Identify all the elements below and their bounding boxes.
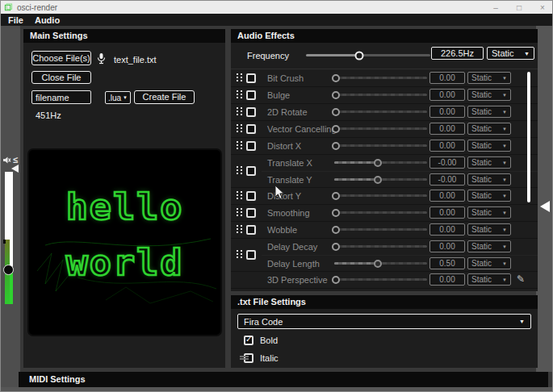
- midi-settings-header[interactable]: MIDI Settings: [19, 372, 548, 387]
- drag-handle-icon[interactable]: [237, 250, 242, 260]
- effect-slider-thumb[interactable]: [332, 142, 340, 150]
- effect-slider-thumb[interactable]: [332, 209, 340, 217]
- drag-handle-icon[interactable]: [237, 225, 242, 235]
- effect-slider-thumb[interactable]: [332, 91, 340, 99]
- effect-value-input[interactable]: 0.00: [429, 89, 465, 101]
- effect-value-input[interactable]: -0.00: [429, 156, 465, 169]
- effect-slider[interactable]: [334, 161, 427, 164]
- effect-slider-thumb[interactable]: [332, 74, 340, 82]
- drag-handle-icon[interactable]: [237, 191, 242, 201]
- edit-icon[interactable]: ✎: [517, 273, 525, 285]
- effect-value-input[interactable]: 0.00: [429, 273, 465, 286]
- effect-slider[interactable]: [334, 111, 427, 113]
- bold-checkbox[interactable]: [244, 336, 253, 345]
- effect-mode-dropdown[interactable]: Static▼: [467, 206, 511, 219]
- effect-slider[interactable]: [334, 194, 427, 197]
- effect-mode-dropdown[interactable]: Static▼: [467, 89, 511, 101]
- effect-value-input[interactable]: -0.00: [429, 173, 465, 186]
- effect-value-input[interactable]: 0.00: [429, 123, 465, 135]
- effect-mode-dropdown[interactable]: Static▼: [467, 123, 511, 135]
- effect-slider-thumb[interactable]: [374, 260, 382, 268]
- drag-handle-icon[interactable]: [237, 107, 242, 117]
- frequency-value-input[interactable]: 226.5Hz: [431, 47, 484, 60]
- effect-mode-dropdown[interactable]: Static▼: [467, 140, 511, 152]
- effect-value-input[interactable]: 0.00: [429, 72, 465, 84]
- effect-slider[interactable]: [334, 262, 427, 265]
- effect-mode-dropdown[interactable]: Static▼: [467, 240, 511, 252]
- frequency-slider[interactable]: [306, 54, 430, 56]
- effect-mode-dropdown[interactable]: Static▼: [467, 106, 511, 118]
- effect-slider[interactable]: [334, 228, 427, 231]
- drag-handle-icon[interactable]: [237, 166, 242, 176]
- effect-checkbox[interactable]: [246, 250, 256, 260]
- effect-slider-thumb[interactable]: [374, 159, 382, 167]
- txt-file-settings-panel: .txt File Settings Fira Code ▼ Bold Ital…: [231, 295, 538, 368]
- effect-value-input[interactable]: 0.50: [429, 257, 465, 269]
- effect-mode-dropdown[interactable]: Static▼: [467, 190, 511, 202]
- effect-mode-dropdown[interactable]: Static▼: [467, 72, 511, 84]
- create-file-button[interactable]: Create File: [134, 90, 195, 104]
- effect-slider-thumb[interactable]: [332, 226, 340, 234]
- drag-handle-icon[interactable]: [237, 124, 242, 134]
- effect-mode-dropdown[interactable]: Static▼: [467, 273, 511, 286]
- effect-value-input[interactable]: 0.00: [429, 206, 465, 219]
- effect-slider[interactable]: [334, 77, 427, 79]
- menu-file[interactable]: File: [8, 15, 23, 25]
- effect-value-input[interactable]: 0.00: [429, 106, 465, 118]
- effect-checkbox[interactable]: [246, 141, 256, 151]
- effect-slider[interactable]: [334, 94, 427, 96]
- effect-checkbox[interactable]: [246, 208, 256, 218]
- effect-slider[interactable]: [334, 211, 427, 214]
- filename-input[interactable]: [31, 90, 91, 104]
- microphone-icon[interactable]: [96, 52, 107, 65]
- menu-audio[interactable]: Audio: [35, 15, 60, 25]
- effect-slider[interactable]: [334, 127, 427, 130]
- chevron-down-icon: ▼: [502, 277, 507, 282]
- effect-checkbox[interactable]: [246, 73, 256, 83]
- drag-handle-icon[interactable]: [237, 141, 242, 151]
- effect-slider-thumb[interactable]: [332, 276, 340, 284]
- effect-slider-thumb[interactable]: [374, 176, 382, 184]
- effect-slider[interactable]: [334, 178, 427, 181]
- maximize-button[interactable]: □: [514, 3, 524, 12]
- effect-checkbox[interactable]: [246, 124, 256, 134]
- choose-files-button[interactable]: Choose File(s): [31, 51, 91, 65]
- effect-checkbox[interactable]: [246, 107, 256, 117]
- close-button[interactable]: ×: [538, 3, 547, 12]
- frequency-slider-thumb[interactable]: [355, 51, 364, 60]
- effect-checkbox[interactable]: [246, 166, 256, 176]
- effect-mode-dropdown[interactable]: Static▼: [467, 257, 511, 269]
- extension-dropdown[interactable]: .lua ▼: [105, 91, 131, 104]
- volume-meter[interactable]: [5, 172, 13, 304]
- effect-mode-dropdown[interactable]: Static▼: [467, 223, 511, 236]
- effect-slider-thumb[interactable]: [332, 108, 340, 116]
- effect-value-input[interactable]: 0.00: [429, 240, 465, 252]
- effect-slider-thumb[interactable]: [332, 243, 340, 251]
- effect-slider-thumb[interactable]: [332, 192, 340, 200]
- effect-checkbox[interactable]: [246, 90, 256, 100]
- effect-slider-thumb[interactable]: [332, 125, 340, 133]
- volume-knob[interactable]: [3, 265, 14, 275]
- effect-slider[interactable]: [334, 278, 427, 281]
- collapse-panel-arrow-icon[interactable]: [540, 201, 550, 212]
- close-file-button[interactable]: Close File: [31, 71, 91, 84]
- effect-checkbox[interactable]: [246, 225, 256, 235]
- effect-slider[interactable]: [334, 245, 427, 248]
- effect-mode-dropdown[interactable]: Static▼: [467, 156, 511, 169]
- drag-handle-icon[interactable]: [237, 73, 242, 83]
- frequency-mode-dropdown[interactable]: Static ▼: [487, 47, 534, 60]
- effects-scrollbar[interactable]: [527, 72, 530, 202]
- drag-handle-icon[interactable]: [237, 208, 242, 218]
- effect-value-input[interactable]: 0.00: [429, 223, 465, 236]
- threshold-icon[interactable]: ≤: [13, 155, 18, 165]
- effect-value-input[interactable]: 0.00: [429, 140, 465, 152]
- resize-grip-icon[interactable]: [240, 356, 249, 360]
- effect-mode-dropdown[interactable]: Static▼: [467, 173, 511, 186]
- drag-handle-icon[interactable]: [237, 90, 242, 100]
- minimize-button[interactable]: –: [491, 3, 501, 12]
- effect-checkbox[interactable]: [246, 191, 256, 201]
- effect-value-input[interactable]: 0.00: [429, 190, 465, 202]
- effect-slider[interactable]: [334, 144, 427, 147]
- font-dropdown[interactable]: Fira Code ▼: [237, 314, 531, 329]
- mute-speaker-icon[interactable]: [2, 156, 11, 165]
